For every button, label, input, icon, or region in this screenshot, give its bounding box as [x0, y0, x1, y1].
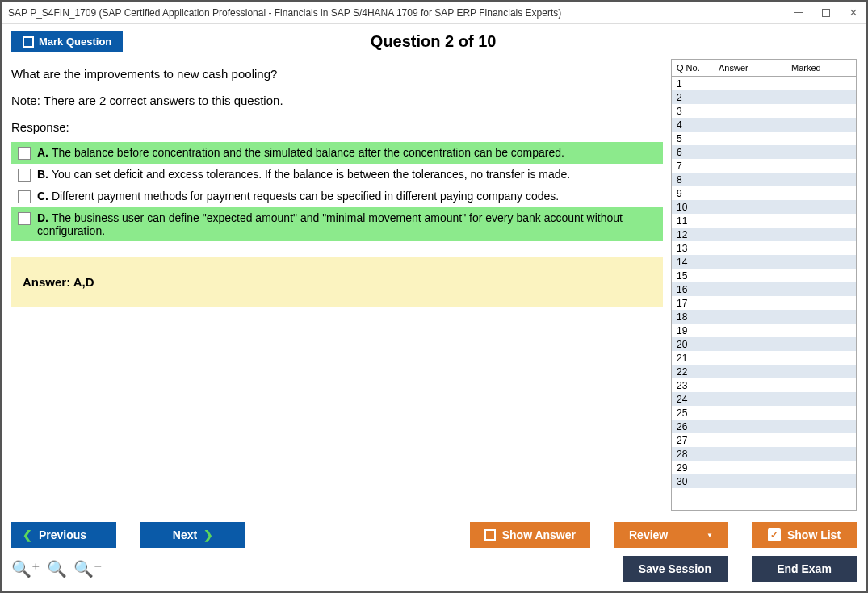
- mark-question-button[interactable]: Mark Question: [11, 31, 123, 52]
- answer-box: Answer: A,D: [11, 257, 663, 307]
- nav-row-number: 25: [677, 407, 701, 419]
- end-exam-button[interactable]: End Exam: [752, 556, 857, 582]
- nav-row[interactable]: 26: [672, 420, 856, 433]
- nav-row-number: 17: [677, 298, 701, 309]
- nav-row[interactable]: 14: [672, 255, 856, 269]
- nav-row-number: 3: [677, 106, 701, 117]
- show-list-button[interactable]: ✓ Show List: [752, 522, 857, 548]
- close-button[interactable]: ×: [847, 6, 860, 19]
- nav-row-number: 14: [677, 257, 701, 268]
- nav-row[interactable]: 18: [672, 310, 856, 324]
- next-button[interactable]: Next ❯: [140, 522, 245, 548]
- nav-row[interactable]: 30: [672, 474, 856, 488]
- chevron-left-icon: ❮: [23, 528, 32, 541]
- choice-checkbox[interactable]: [18, 190, 31, 203]
- show-answer-label: Show Answer: [502, 528, 576, 541]
- choice-row[interactable]: D. The business user can define "expecte…: [11, 207, 663, 241]
- nav-row[interactable]: 2: [672, 90, 856, 104]
- zoom-reset-icon[interactable]: 🔍: [47, 559, 67, 578]
- review-label: Review: [629, 528, 668, 541]
- nav-row-number: 5: [677, 133, 701, 144]
- next-label: Next: [173, 528, 197, 541]
- nav-row-number: 18: [677, 311, 701, 323]
- end-exam-label: End Exam: [777, 562, 832, 575]
- nav-row[interactable]: 29: [672, 461, 856, 474]
- choice-checkbox[interactable]: [18, 147, 31, 160]
- footer: ❮ Previous Next ❯ Show Answer Review ▼ ✓…: [2, 516, 866, 591]
- nav-row-number: 6: [677, 147, 701, 158]
- zoom-in-icon[interactable]: 🔍⁺: [11, 559, 40, 578]
- nav-row[interactable]: 15: [672, 269, 856, 282]
- window-title: SAP P_S4FIN_1709 (SAP Certified Applicat…: [8, 7, 792, 19]
- nav-row[interactable]: 23: [672, 378, 856, 392]
- col-qno: Q No.: [677, 63, 706, 73]
- nav-row[interactable]: 1: [672, 77, 856, 90]
- col-marked: Marked: [791, 63, 851, 73]
- nav-row[interactable]: 9: [672, 186, 856, 200]
- nav-row[interactable]: 10: [672, 200, 856, 214]
- nav-row[interactable]: 7: [672, 159, 856, 173]
- save-session-label: Save Session: [639, 562, 711, 575]
- nav-row[interactable]: 13: [672, 241, 856, 255]
- nav-row[interactable]: 24: [672, 392, 856, 406]
- nav-row[interactable]: 28: [672, 447, 856, 461]
- nav-row[interactable]: 19: [672, 324, 856, 337]
- minimize-button[interactable]: [792, 6, 805, 19]
- previous-button[interactable]: ❮ Previous: [11, 522, 116, 548]
- show-answer-button[interactable]: Show Answer: [470, 522, 590, 548]
- nav-row[interactable]: 8: [672, 173, 856, 186]
- nav-header: Q No. Answer Marked: [672, 60, 856, 77]
- answer-label: Answer: A,D: [23, 275, 94, 289]
- nav-row-number: 1: [677, 78, 701, 90]
- choice-row[interactable]: C. Different payment methods for payment…: [11, 186, 663, 207]
- nav-row[interactable]: 17: [672, 296, 856, 310]
- choice-row[interactable]: A. The balance before concentration and …: [11, 142, 663, 164]
- nav-row-number: 21: [677, 353, 701, 364]
- checkbox-icon: [23, 36, 34, 48]
- nav-row-number: 20: [677, 339, 701, 350]
- zoom-controls: 🔍⁺ 🔍 🔍⁻: [11, 559, 103, 578]
- review-button[interactable]: Review ▼: [614, 522, 728, 548]
- nav-row-number: 8: [677, 174, 701, 186]
- col-answer: Answer: [706, 63, 791, 73]
- question-counter: Question 2 of 10: [123, 32, 744, 51]
- choice-text: D. The business user can define "expecte…: [37, 211, 656, 237]
- nav-row-number: 23: [677, 380, 701, 391]
- response-label: Response:: [11, 120, 663, 134]
- zoom-out-icon[interactable]: 🔍⁻: [73, 559, 103, 578]
- nav-row[interactable]: 16: [672, 282, 856, 296]
- choice-checkbox[interactable]: [18, 169, 31, 182]
- save-session-button[interactable]: Save Session: [623, 556, 728, 582]
- nav-row[interactable]: 25: [672, 406, 856, 420]
- nav-row-number: 4: [677, 119, 701, 131]
- window-controls: ×: [792, 6, 860, 19]
- question-panel: What are the improvements to new cash po…: [11, 59, 671, 511]
- nav-row-number: 29: [677, 462, 701, 474]
- nav-row-number: 15: [677, 270, 701, 282]
- nav-row[interactable]: 27: [672, 433, 856, 447]
- choice-checkbox[interactable]: [18, 212, 31, 225]
- nav-row-number: 10: [677, 202, 701, 213]
- nav-row[interactable]: 21: [672, 351, 856, 365]
- nav-row[interactable]: 6: [672, 145, 856, 159]
- show-list-label: Show List: [787, 528, 841, 541]
- nav-row[interactable]: 5: [672, 132, 856, 145]
- nav-row[interactable]: 12: [672, 228, 856, 241]
- choice-text: C. Different payment methods for payment…: [37, 190, 559, 203]
- nav-row[interactable]: 11: [672, 214, 856, 228]
- caret-down-icon: ▼: [707, 532, 713, 539]
- mark-label: Mark Question: [39, 35, 111, 48]
- maximize-button[interactable]: [820, 6, 832, 19]
- nav-row[interactable]: 20: [672, 337, 856, 351]
- question-text: What are the improvements to new cash po…: [11, 67, 663, 81]
- footer-row-2: 🔍⁺ 🔍 🔍⁻ Save Session End Exam: [11, 556, 857, 582]
- nav-row-number: 28: [677, 449, 701, 460]
- checked-icon: ✓: [768, 528, 781, 541]
- nav-row[interactable]: 3: [672, 104, 856, 118]
- nav-body[interactable]: 1234567891011121314151617181920212223242…: [672, 77, 856, 510]
- nav-row[interactable]: 4: [672, 118, 856, 132]
- choice-row[interactable]: B. You can set deficit and excess tolera…: [11, 164, 663, 186]
- nav-row[interactable]: 22: [672, 365, 856, 378]
- nav-row-number: 13: [677, 243, 701, 254]
- previous-label: Previous: [39, 528, 86, 541]
